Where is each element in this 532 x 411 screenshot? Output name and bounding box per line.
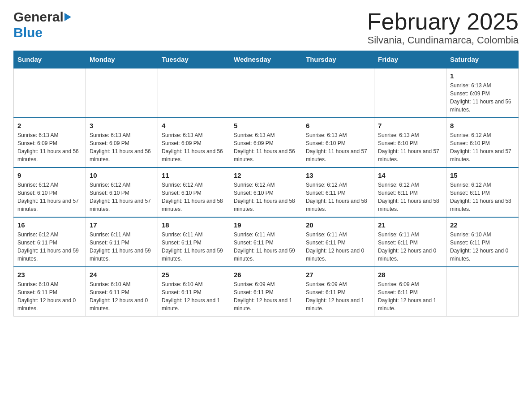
calendar-day-cell: 11Sunrise: 6:12 AM Sunset: 6:10 PM Dayli… — [158, 167, 230, 217]
calendar-subtitle: Silvania, Cundinamarca, Colombia — [367, 34, 519, 46]
day-info: Sunrise: 6:13 AM Sunset: 6:10 PM Dayligh… — [378, 131, 442, 163]
day-number: 7 — [378, 122, 442, 129]
calendar-day-cell: 9Sunrise: 6:12 AM Sunset: 6:10 PM Daylig… — [14, 167, 86, 217]
calendar-day-cell: 17Sunrise: 6:11 AM Sunset: 6:11 PM Dayli… — [86, 217, 158, 267]
day-number: 18 — [162, 221, 226, 229]
calendar-day-cell — [158, 68, 230, 118]
day-number: 1 — [450, 72, 515, 80]
calendar-day-cell — [302, 68, 374, 118]
calendar-day-cell: 8Sunrise: 6:12 AM Sunset: 6:10 PM Daylig… — [446, 118, 519, 167]
calendar-day-cell: 15Sunrise: 6:12 AM Sunset: 6:11 PM Dayli… — [446, 167, 519, 217]
calendar-day-cell — [230, 68, 302, 118]
calendar-day-cell — [374, 68, 446, 118]
calendar-table: SundayMondayTuesdayWednesdayThursdayFrid… — [13, 51, 519, 317]
day-info: Sunrise: 6:12 AM Sunset: 6:11 PM Dayligh… — [450, 181, 515, 213]
calendar-week-row: 23Sunrise: 6:10 AM Sunset: 6:11 PM Dayli… — [14, 267, 519, 317]
day-info: Sunrise: 6:12 AM Sunset: 6:11 PM Dayligh… — [306, 181, 370, 213]
day-number: 13 — [306, 171, 370, 179]
day-number: 27 — [306, 271, 370, 278]
day-info: Sunrise: 6:09 AM Sunset: 6:11 PM Dayligh… — [378, 280, 442, 313]
logo-arrow-icon — [64, 13, 71, 21]
calendar-day-cell: 26Sunrise: 6:09 AM Sunset: 6:11 PM Dayli… — [230, 267, 302, 317]
day-info: Sunrise: 6:12 AM Sunset: 6:11 PM Dayligh… — [378, 181, 442, 213]
day-info: Sunrise: 6:11 AM Sunset: 6:11 PM Dayligh… — [162, 231, 226, 263]
day-of-week-header: Monday — [86, 51, 158, 68]
day-of-week-header: Sunday — [14, 51, 86, 68]
calendar-day-cell: 28Sunrise: 6:09 AM Sunset: 6:11 PM Dayli… — [374, 267, 446, 317]
day-info: Sunrise: 6:10 AM Sunset: 6:11 PM Dayligh… — [162, 280, 226, 313]
day-of-week-header: Thursday — [302, 51, 374, 68]
day-info: Sunrise: 6:13 AM Sunset: 6:09 PM Dayligh… — [234, 131, 298, 163]
calendar-day-cell: 10Sunrise: 6:12 AM Sunset: 6:10 PM Dayli… — [86, 167, 158, 217]
day-info: Sunrise: 6:09 AM Sunset: 6:11 PM Dayligh… — [234, 280, 298, 313]
day-of-week-header: Friday — [374, 51, 446, 68]
day-of-week-header: Tuesday — [158, 51, 230, 68]
day-number: 15 — [450, 171, 515, 179]
day-number: 14 — [378, 171, 442, 179]
days-of-week-row: SundayMondayTuesdayWednesdayThursdayFrid… — [14, 51, 519, 68]
day-info: Sunrise: 6:13 AM Sunset: 6:10 PM Dayligh… — [306, 131, 370, 163]
day-info: Sunrise: 6:10 AM Sunset: 6:11 PM Dayligh… — [90, 280, 154, 313]
day-info: Sunrise: 6:10 AM Sunset: 6:11 PM Dayligh… — [17, 280, 82, 313]
day-info: Sunrise: 6:13 AM Sunset: 6:09 PM Dayligh… — [90, 131, 154, 163]
day-of-week-header: Saturday — [446, 51, 519, 68]
day-info: Sunrise: 6:12 AM Sunset: 6:10 PM Dayligh… — [450, 131, 515, 163]
day-number: 2 — [17, 122, 82, 129]
day-number: 8 — [450, 122, 515, 129]
calendar-week-row: 1Sunrise: 6:13 AM Sunset: 6:09 PM Daylig… — [14, 68, 519, 118]
day-info: Sunrise: 6:11 AM Sunset: 6:11 PM Dayligh… — [306, 231, 370, 263]
calendar-day-cell: 16Sunrise: 6:12 AM Sunset: 6:11 PM Dayli… — [14, 217, 86, 267]
day-number: 6 — [306, 122, 370, 129]
calendar-day-cell: 20Sunrise: 6:11 AM Sunset: 6:11 PM Dayli… — [302, 217, 374, 267]
calendar-title: February 2025 — [367, 9, 519, 34]
day-number: 21 — [378, 221, 442, 229]
day-info: Sunrise: 6:09 AM Sunset: 6:11 PM Dayligh… — [306, 280, 370, 313]
logo: General Blue — [13, 9, 72, 40]
calendar-week-row: 16Sunrise: 6:12 AM Sunset: 6:11 PM Dayli… — [14, 217, 519, 267]
calendar-day-cell — [14, 68, 86, 118]
day-info: Sunrise: 6:13 AM Sunset: 6:09 PM Dayligh… — [450, 81, 515, 114]
day-number: 16 — [17, 221, 82, 229]
day-info: Sunrise: 6:12 AM Sunset: 6:10 PM Dayligh… — [17, 181, 82, 213]
calendar-week-row: 9Sunrise: 6:12 AM Sunset: 6:10 PM Daylig… — [14, 167, 519, 217]
day-number: 23 — [17, 271, 82, 278]
page-header: General Blue February 2025 Silvania, Cun… — [13, 9, 519, 46]
day-info: Sunrise: 6:12 AM Sunset: 6:10 PM Dayligh… — [162, 181, 226, 213]
day-info: Sunrise: 6:13 AM Sunset: 6:09 PM Dayligh… — [17, 131, 82, 163]
calendar-day-cell: 12Sunrise: 6:12 AM Sunset: 6:10 PM Dayli… — [230, 167, 302, 217]
calendar-day-cell: 22Sunrise: 6:10 AM Sunset: 6:11 PM Dayli… — [446, 217, 519, 267]
day-info: Sunrise: 6:10 AM Sunset: 6:11 PM Dayligh… — [450, 231, 515, 263]
calendar-day-cell: 25Sunrise: 6:10 AM Sunset: 6:11 PM Dayli… — [158, 267, 230, 317]
day-number: 28 — [378, 271, 442, 278]
day-number: 24 — [90, 271, 154, 278]
logo-general-text: General — [13, 9, 64, 25]
day-info: Sunrise: 6:13 AM Sunset: 6:09 PM Dayligh… — [162, 131, 226, 163]
calendar-day-cell: 24Sunrise: 6:10 AM Sunset: 6:11 PM Dayli… — [86, 267, 158, 317]
day-info: Sunrise: 6:11 AM Sunset: 6:11 PM Dayligh… — [378, 231, 442, 263]
calendar-day-cell: 5Sunrise: 6:13 AM Sunset: 6:09 PM Daylig… — [230, 118, 302, 167]
day-info: Sunrise: 6:12 AM Sunset: 6:11 PM Dayligh… — [17, 231, 82, 263]
calendar-day-cell: 19Sunrise: 6:11 AM Sunset: 6:11 PM Dayli… — [230, 217, 302, 267]
day-number: 22 — [450, 221, 515, 229]
day-info: Sunrise: 6:11 AM Sunset: 6:11 PM Dayligh… — [234, 231, 298, 263]
calendar-week-row: 2Sunrise: 6:13 AM Sunset: 6:09 PM Daylig… — [14, 118, 519, 167]
calendar-day-cell: 2Sunrise: 6:13 AM Sunset: 6:09 PM Daylig… — [14, 118, 86, 167]
calendar-day-cell: 14Sunrise: 6:12 AM Sunset: 6:11 PM Dayli… — [374, 167, 446, 217]
calendar-day-cell: 23Sunrise: 6:10 AM Sunset: 6:11 PM Dayli… — [14, 267, 86, 317]
calendar-day-cell: 7Sunrise: 6:13 AM Sunset: 6:10 PM Daylig… — [374, 118, 446, 167]
day-number: 11 — [162, 171, 226, 179]
calendar-day-cell: 13Sunrise: 6:12 AM Sunset: 6:11 PM Dayli… — [302, 167, 374, 217]
calendar-day-cell: 27Sunrise: 6:09 AM Sunset: 6:11 PM Dayli… — [302, 267, 374, 317]
calendar-day-cell: 3Sunrise: 6:13 AM Sunset: 6:09 PM Daylig… — [86, 118, 158, 167]
logo-blue-text: Blue — [13, 25, 43, 40]
calendar-day-cell: 1Sunrise: 6:13 AM Sunset: 6:09 PM Daylig… — [446, 68, 519, 118]
day-number: 10 — [90, 171, 154, 179]
calendar-day-cell: 4Sunrise: 6:13 AM Sunset: 6:09 PM Daylig… — [158, 118, 230, 167]
calendar-day-cell: 6Sunrise: 6:13 AM Sunset: 6:10 PM Daylig… — [302, 118, 374, 167]
day-info: Sunrise: 6:12 AM Sunset: 6:10 PM Dayligh… — [234, 181, 298, 213]
day-number: 12 — [234, 171, 298, 179]
day-info: Sunrise: 6:11 AM Sunset: 6:11 PM Dayligh… — [90, 231, 154, 263]
day-number: 20 — [306, 221, 370, 229]
calendar-day-cell: 21Sunrise: 6:11 AM Sunset: 6:11 PM Dayli… — [374, 217, 446, 267]
day-number: 25 — [162, 271, 226, 278]
